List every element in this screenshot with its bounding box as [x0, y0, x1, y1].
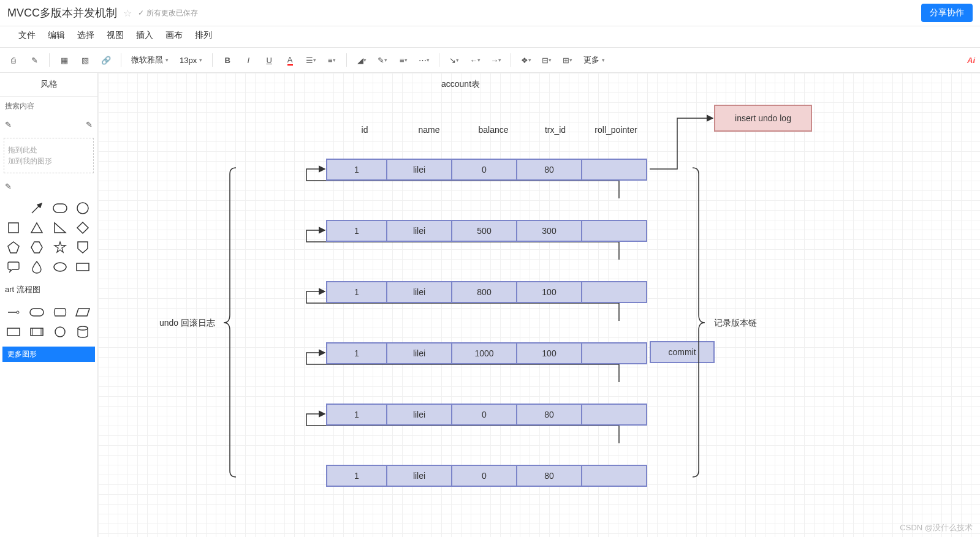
- connector-icon[interactable]: ↘▾: [446, 51, 463, 69]
- shape-square[interactable]: [5, 220, 22, 235]
- font-size-select[interactable]: 13px▾: [176, 56, 206, 65]
- table-row[interactable]: 1 lilei 0 80: [326, 465, 647, 487]
- right-label[interactable]: 记录版本链: [714, 318, 757, 329]
- svg-rect-5: [77, 263, 89, 271]
- cell-trxid: 80: [517, 404, 582, 426]
- cell-name: lilei: [387, 404, 452, 426]
- menu-arrange[interactable]: 排列: [195, 30, 212, 41]
- table-row[interactable]: 1 lilei 0 80: [326, 159, 647, 181]
- search-input[interactable]: [0, 97, 97, 115]
- italic-icon[interactable]: I: [240, 51, 257, 69]
- stroke-width-icon[interactable]: ≡▾: [395, 51, 412, 69]
- font-family-select[interactable]: 微软雅黑▾: [127, 54, 172, 66]
- cell-rp: [582, 404, 647, 426]
- fc-cylinder[interactable]: [74, 325, 91, 339]
- col-balance[interactable]: balance: [466, 125, 521, 135]
- paint-format-icon[interactable]: ⎙: [5, 51, 22, 69]
- layers-icon[interactable]: ❖▾: [517, 51, 534, 69]
- underline-icon[interactable]: U: [260, 51, 278, 69]
- fc-data[interactable]: [74, 305, 91, 320]
- menu-select[interactable]: 选择: [77, 30, 94, 41]
- shape-diamond[interactable]: [74, 220, 91, 235]
- eyedropper-icon[interactable]: ✎: [26, 51, 43, 69]
- svg-point-13: [78, 326, 88, 330]
- svg-rect-3: [9, 223, 18, 233]
- bold-icon[interactable]: B: [219, 51, 236, 69]
- shape-drop[interactable]: [28, 260, 45, 274]
- edit-icon[interactable]: ✎: [86, 120, 93, 129]
- distribute-icon[interactable]: ⊞▾: [559, 51, 576, 69]
- svg-line-0: [32, 203, 42, 213]
- fc-terminator[interactable]: [28, 305, 45, 320]
- cell-id: 1: [326, 281, 387, 303]
- share-button[interactable]: 分享协作: [921, 4, 973, 22]
- col-id[interactable]: id: [346, 125, 383, 135]
- shape-text[interactable]: [5, 201, 22, 216]
- cell-id: 1: [326, 342, 387, 364]
- cell-balance: 0: [452, 159, 517, 181]
- insert-undo-box[interactable]: insert undo log: [714, 105, 812, 132]
- table-row[interactable]: 1 lilei 0 80: [326, 404, 647, 426]
- shape-line[interactable]: [28, 201, 45, 216]
- cell-trxid: 100: [517, 342, 582, 364]
- shape-ellipse[interactable]: [51, 260, 69, 274]
- col-trxid[interactable]: trx_id: [531, 125, 580, 135]
- shape-roundrect[interactable]: [51, 201, 69, 216]
- flowchart-section[interactable]: art 流程图: [0, 279, 97, 300]
- stroke-color-icon[interactable]: ✎▾: [374, 51, 391, 69]
- shape-hexagon[interactable]: [28, 240, 45, 255]
- fc-process[interactable]: [5, 325, 22, 339]
- fc-predefined[interactable]: [28, 325, 45, 339]
- arrow-start-icon[interactable]: ←▾: [466, 51, 484, 69]
- menu-edit[interactable]: 编辑: [48, 30, 65, 41]
- shape-pentagon[interactable]: [5, 240, 22, 255]
- commit-box[interactable]: commit: [650, 341, 715, 363]
- svg-rect-1: [53, 204, 67, 212]
- fc-connector[interactable]: [5, 305, 22, 320]
- menu-canvas[interactable]: 画布: [165, 30, 183, 41]
- svg-point-2: [77, 203, 88, 214]
- arrow-end-icon[interactable]: →▾: [487, 51, 504, 69]
- left-label[interactable]: undo 回滚日志: [159, 318, 215, 329]
- shape-triangle[interactable]: [28, 220, 45, 235]
- align-icon[interactable]: ≡▾: [323, 51, 340, 69]
- col-name[interactable]: name: [405, 125, 454, 135]
- align-objects-icon[interactable]: ⊟▾: [538, 51, 555, 69]
- menu-file[interactable]: 文件: [18, 30, 36, 41]
- drop-zone[interactable]: 拖到此处 加到我的图形: [4, 138, 94, 173]
- shape-circle[interactable]: [74, 201, 91, 216]
- cell-id: 1: [326, 404, 387, 426]
- stroke-style-icon[interactable]: ⋯▾: [416, 51, 433, 69]
- text-color-icon[interactable]: A: [281, 51, 298, 69]
- image-icon[interactable]: ▧: [77, 51, 94, 69]
- col-rp[interactable]: roll_pointer: [585, 125, 647, 135]
- diagram-title[interactable]: account表: [441, 79, 480, 90]
- sidebar: 风格 ✎ ✎ 拖到此处 加到我的图形 ✎: [0, 73, 98, 537]
- shape-shield[interactable]: [74, 240, 91, 255]
- shape-right-triangle[interactable]: [51, 220, 69, 235]
- table-row[interactable]: 1 lilei 500 300: [326, 220, 647, 242]
- fc-circle[interactable]: [51, 325, 69, 339]
- fill-color-icon[interactable]: ◢▾: [353, 51, 370, 69]
- grid-icon[interactable]: ▦: [56, 51, 73, 69]
- fc-display[interactable]: [51, 305, 69, 320]
- ai-icon[interactable]: Ai: [967, 56, 975, 65]
- link-icon[interactable]: 🔗: [97, 51, 115, 69]
- sidebar-tab-style[interactable]: 风格: [0, 73, 97, 97]
- shape-star[interactable]: [51, 240, 69, 255]
- font-family-label: 微软雅黑: [131, 54, 163, 66]
- menu-view[interactable]: 视图: [107, 30, 124, 41]
- menu-insert[interactable]: 插入: [136, 30, 153, 41]
- table-row[interactable]: 1 lilei 1000 100: [326, 342, 647, 364]
- line-height-icon[interactable]: ☰▾: [302, 51, 319, 69]
- cell-name: lilei: [387, 220, 452, 242]
- menubar: 文件 编辑 选择 视图 插入 画布 排列: [0, 26, 980, 47]
- doc-title: MVCC多版本并发机制: [7, 6, 117, 20]
- star-icon[interactable]: ☆: [123, 7, 132, 19]
- more-shapes-button[interactable]: 更多图形: [2, 347, 95, 362]
- canvas[interactable]: account表 id name balance trx_id roll_poi…: [98, 73, 980, 537]
- table-row[interactable]: 1 lilei 800 100: [326, 281, 647, 303]
- more-tools[interactable]: 更多▾: [580, 54, 609, 66]
- shape-rect[interactable]: [74, 260, 91, 274]
- shape-speech[interactable]: [5, 260, 22, 274]
